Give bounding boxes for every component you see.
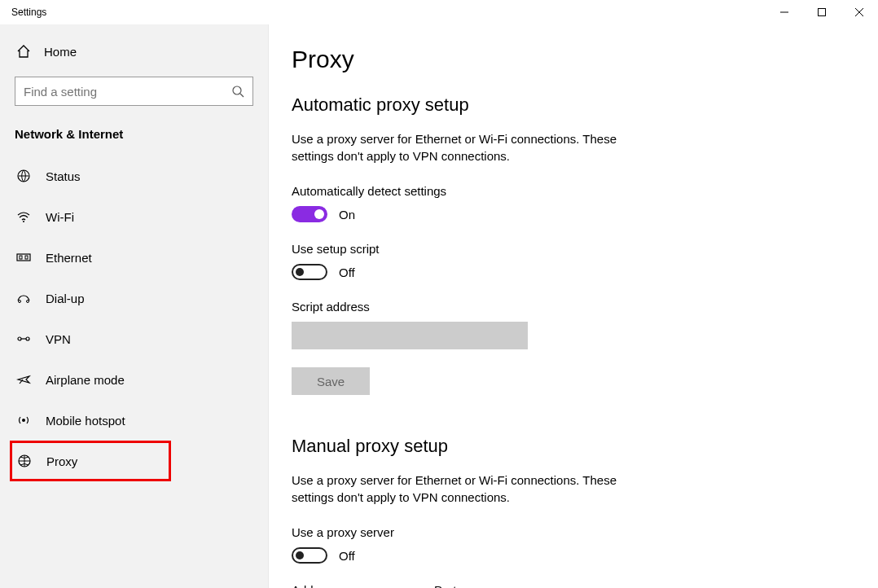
body: Home Network & Internet Status [0, 24, 878, 588]
home-icon [16, 44, 31, 59]
maximize-button[interactable] [803, 0, 841, 24]
nav-list: Status Wi-Fi Ethernet [15, 156, 253, 481]
sidebar-item-airplane[interactable]: Airplane mode [15, 359, 253, 400]
port-label: Port [434, 583, 457, 588]
sidebar-item-label: Wi-Fi [46, 210, 74, 224]
manual-heading: Manual proxy setup [292, 436, 845, 457]
svg-rect-1 [819, 9, 826, 16]
hotspot-icon [16, 413, 31, 428]
sidebar-item-label: Airplane mode [46, 373, 125, 387]
settings-window: Settings Home [0, 0, 878, 588]
svg-rect-8 [17, 254, 30, 261]
address-port-row: Address Port [292, 583, 845, 588]
sidebar-item-label: Mobile hotspot [46, 414, 125, 428]
svg-line-5 [240, 94, 244, 97]
svg-point-11 [19, 301, 21, 303]
svg-point-13 [18, 337, 21, 340]
window-title: Settings [11, 7, 46, 18]
section-title: Network & Internet [15, 127, 253, 141]
script-label: Use setup script [292, 242, 845, 256]
script-toggle-row: Off [292, 264, 845, 280]
wifi-icon [16, 209, 31, 224]
svg-rect-9 [20, 256, 22, 259]
svg-point-7 [23, 221, 24, 222]
sidebar-item-status[interactable]: Status [15, 156, 253, 196]
script-address-input [292, 322, 528, 349]
svg-point-4 [233, 86, 241, 94]
status-icon [16, 169, 31, 183]
useproxy-toggle[interactable] [292, 547, 327, 564]
save-button: Save [292, 367, 370, 395]
svg-rect-10 [25, 256, 28, 259]
svg-point-12 [27, 301, 29, 303]
svg-point-14 [26, 337, 29, 340]
airplane-icon [16, 372, 31, 387]
useproxy-toggle-row: Off [292, 547, 845, 564]
address-label: Address [292, 583, 336, 588]
search-input[interactable] [24, 85, 231, 99]
detect-label: Automatically detect settings [292, 184, 845, 198]
script-addr-label: Script address [292, 300, 845, 314]
svg-point-16 [22, 419, 25, 422]
manual-desc: Use a proxy server for Ethernet or Wi-Fi… [292, 472, 650, 506]
dialup-icon [16, 291, 31, 305]
search-box[interactable] [15, 77, 253, 106]
sidebar-item-label: VPN [46, 332, 71, 346]
minimize-button[interactable] [766, 0, 803, 24]
vpn-icon [16, 331, 31, 346]
sidebar-item-proxy-highlight: Proxy [10, 441, 171, 481]
window-controls [766, 0, 878, 24]
sidebar-item-ethernet[interactable]: Ethernet [15, 237, 253, 278]
sidebar-item-label: Dial-up [46, 292, 85, 305]
search-icon [231, 85, 244, 98]
main-content: Proxy Automatic proxy setup Use a proxy … [269, 24, 878, 588]
proxy-icon [17, 454, 32, 468]
sidebar-item-label: Status [46, 169, 81, 183]
sidebar-item-vpn[interactable]: VPN [15, 318, 253, 359]
sidebar-item-label: Proxy [46, 454, 77, 468]
detect-toggle-row: On [292, 206, 845, 222]
sidebar-item-proxy[interactable]: Proxy [12, 443, 169, 479]
useproxy-state: Off [339, 549, 355, 563]
home-link[interactable]: Home [16, 44, 253, 59]
sidebar-item-hotspot[interactable]: Mobile hotspot [15, 400, 253, 441]
useproxy-label: Use a proxy server [292, 525, 845, 539]
detect-state: On [339, 208, 355, 222]
sidebar-item-label: Ethernet [46, 251, 92, 265]
ethernet-icon [16, 250, 31, 265]
sidebar-item-wifi[interactable]: Wi-Fi [15, 196, 253, 237]
sidebar-item-dialup[interactable]: Dial-up [15, 278, 253, 318]
titlebar: Settings [0, 0, 878, 24]
page-title: Proxy [292, 46, 845, 73]
auto-heading: Automatic proxy setup [292, 94, 845, 116]
close-button[interactable] [841, 0, 878, 24]
script-state: Off [339, 265, 355, 279]
sidebar: Home Network & Internet Status [0, 24, 269, 588]
auto-desc: Use a proxy server for Ethernet or Wi-Fi… [292, 130, 650, 165]
detect-toggle[interactable] [292, 206, 327, 222]
script-toggle[interactable] [292, 264, 327, 280]
home-label: Home [44, 45, 77, 59]
